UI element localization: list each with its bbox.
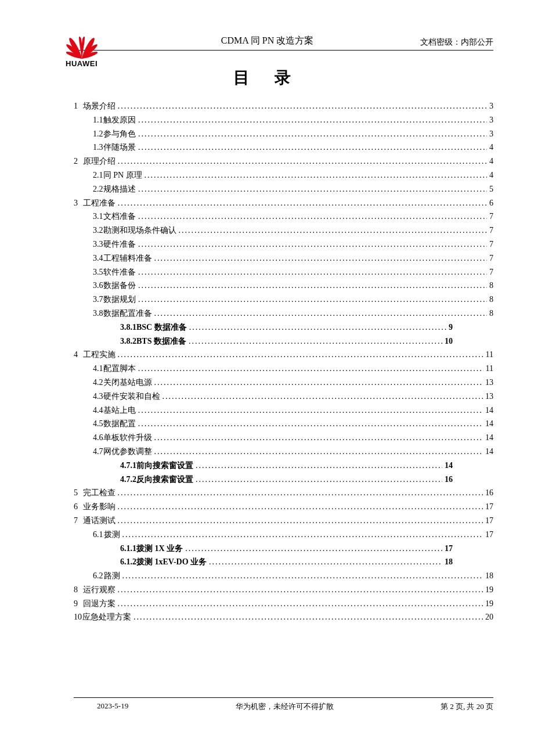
toc-title: 关闭基站电源 bbox=[103, 376, 152, 390]
toc-number: 3.7 bbox=[93, 293, 103, 307]
toc-entry[interactable]: 4.2关闭基站电源13 bbox=[74, 376, 493, 390]
footer-page: 第 2 页, 共 20 页 bbox=[441, 701, 493, 712]
toc-entry[interactable]: 3.6数据备份8 bbox=[74, 279, 493, 293]
toc-page: 8 bbox=[489, 293, 493, 307]
toc-entry[interactable]: 7通话测试17 bbox=[74, 514, 493, 528]
toc-entry[interactable]: 4.1配置脚本11 bbox=[74, 362, 493, 376]
toc-entry[interactable]: 3工程准备6 bbox=[74, 196, 493, 210]
toc-page: 17 bbox=[485, 528, 493, 542]
toc-number: 4.5 bbox=[93, 417, 103, 431]
toc-entry[interactable]: 3.3硬件准备7 bbox=[74, 237, 493, 251]
toc-entry[interactable]: 4工程实施11 bbox=[74, 348, 493, 362]
toc-leader bbox=[122, 528, 483, 542]
toc-page: 7 bbox=[489, 210, 493, 224]
toc-leader bbox=[154, 445, 484, 459]
toc-number: 2.1 bbox=[93, 168, 103, 182]
toc-entry[interactable]: 4.6单板软件升级14 bbox=[74, 431, 493, 445]
toc-page: 14 bbox=[485, 417, 493, 431]
toc-entry[interactable]: 4.7网优参数调整14 bbox=[74, 445, 493, 459]
toc-number: 4.6 bbox=[93, 431, 103, 445]
toc-entry[interactable]: 10应急处理方案20 bbox=[74, 610, 493, 624]
toc-leader bbox=[138, 417, 483, 431]
toc-page: 19 bbox=[485, 583, 493, 597]
toc-number: 1.1 bbox=[93, 113, 103, 127]
toc-entry[interactable]: 3.8数据配置准备8 bbox=[74, 307, 493, 321]
toc-page: 16 bbox=[445, 473, 453, 487]
toc-leader bbox=[209, 555, 442, 569]
toc-number: 1.2 bbox=[93, 127, 103, 141]
toc-number: 6.1.1 bbox=[120, 542, 136, 556]
toc-title: 拨测 1xEV-DO 业务 bbox=[136, 555, 207, 569]
toc-entry[interactable]: 2.2规格描述5 bbox=[74, 182, 493, 196]
toc-entry[interactable]: 1.2参与角色3 bbox=[74, 127, 493, 141]
toc-title: 基站上电 bbox=[103, 404, 136, 417]
toc-entry[interactable]: 1.3伴随场景4 bbox=[74, 141, 493, 154]
toc-title: 工程准备 bbox=[83, 196, 116, 210]
toc-title: 软件准备 bbox=[103, 265, 136, 279]
toc-number: 7 bbox=[74, 514, 83, 528]
toc-entry[interactable]: 1.1触发原因3 bbox=[74, 113, 493, 127]
toc-page: 18 bbox=[445, 555, 453, 569]
toc-title: 拨测 1X 业务 bbox=[136, 542, 183, 556]
toc-entry[interactable]: 5完工检查16 bbox=[74, 486, 493, 500]
toc-number: 3.8 bbox=[93, 307, 103, 321]
toc-entry[interactable]: 3.5软件准备7 bbox=[74, 265, 493, 279]
toc-leader bbox=[118, 500, 483, 514]
toc-title: 单板软件升级 bbox=[103, 431, 152, 445]
toc-entry[interactable]: 3.1文档准备7 bbox=[74, 210, 493, 224]
toc-leader bbox=[154, 376, 484, 390]
toc-entry[interactable]: 2原理介绍4 bbox=[74, 154, 493, 168]
toc-entry[interactable]: 6.1拨测17 bbox=[74, 528, 493, 542]
toc-leader bbox=[154, 307, 488, 321]
toc-entry[interactable]: 3.4工程辅料准备7 bbox=[74, 251, 493, 265]
toc-title: 完工检查 bbox=[83, 486, 116, 500]
toc-title: 同 PN 原理 bbox=[103, 168, 142, 182]
toc-entry[interactable]: 9回退方案19 bbox=[74, 597, 493, 611]
doc-classification: 文档密级：内部公开 bbox=[420, 37, 493, 49]
toc-entry[interactable]: 4.4基站上电14 bbox=[74, 404, 493, 417]
toc-entry[interactable]: 4.5数据配置14 bbox=[74, 417, 493, 431]
toc-title: 通话测试 bbox=[83, 514, 116, 528]
toc-title: 数据规划 bbox=[103, 293, 136, 307]
huawei-petal-icon bbox=[66, 37, 98, 59]
toc-entry[interactable]: 6业务影响17 bbox=[74, 500, 493, 514]
toc-entry[interactable]: 3.7数据规划8 bbox=[74, 293, 493, 307]
toc-leader bbox=[118, 486, 483, 500]
toc-number: 4.7 bbox=[93, 445, 103, 459]
toc-number: 4.7.1 bbox=[120, 459, 136, 473]
toc-page: 14 bbox=[445, 459, 453, 473]
toc-title: 反向搜索窗设置 bbox=[136, 473, 193, 487]
toc-page: 8 bbox=[489, 279, 493, 293]
toc-number: 3.1 bbox=[93, 210, 103, 224]
toc-entry[interactable]: 8运行观察19 bbox=[74, 583, 493, 597]
toc-entry[interactable]: 4.7.2反向搜索窗设置16 bbox=[74, 473, 493, 487]
toc-entry[interactable]: 3.2勘测和现场条件确认7 bbox=[74, 224, 493, 237]
toc-leader bbox=[138, 113, 487, 127]
toc-page: 17 bbox=[445, 542, 453, 556]
toc-title: 拨测 bbox=[104, 528, 120, 542]
toc-title: BSC 数据准备 bbox=[136, 321, 187, 334]
toc-entry[interactable]: 6.1.2拨测 1xEV-DO 业务18 bbox=[74, 555, 493, 569]
toc-entry[interactable]: 1场景介绍3 bbox=[74, 99, 493, 113]
toc-entry[interactable]: 2.1同 PN 原理4 bbox=[74, 168, 493, 182]
toc-number: 5 bbox=[74, 486, 83, 500]
toc-number: 4 bbox=[74, 348, 83, 362]
toc-leader bbox=[118, 583, 483, 597]
toc-title: 文档准备 bbox=[103, 210, 136, 224]
toc-title: 场景介绍 bbox=[83, 99, 116, 113]
toc-entry[interactable]: 6.2路测18 bbox=[74, 569, 493, 583]
toc-page: 7 bbox=[489, 237, 493, 251]
toc-entry[interactable]: 6.1.1拨测 1X 业务17 bbox=[74, 542, 493, 556]
toc-page: 9 bbox=[449, 321, 453, 334]
toc-entry[interactable]: 3.8.2BTS 数据准备10 bbox=[74, 334, 493, 348]
toc-page: 10 bbox=[445, 334, 453, 348]
toc-page: 3 bbox=[489, 99, 493, 113]
toc-entry[interactable]: 3.8.1BSC 数据准备9 bbox=[74, 321, 493, 334]
toc-leader bbox=[138, 237, 487, 251]
toc-entry[interactable]: 4.3硬件安装和自检13 bbox=[74, 390, 493, 404]
toc-title: 应急处理方案 bbox=[82, 610, 131, 624]
toc-number: 1 bbox=[74, 99, 83, 113]
toc-page: 19 bbox=[485, 597, 493, 611]
toc-page: 4 bbox=[489, 154, 493, 168]
toc-entry[interactable]: 4.7.1前向搜索窗设置14 bbox=[74, 459, 493, 473]
